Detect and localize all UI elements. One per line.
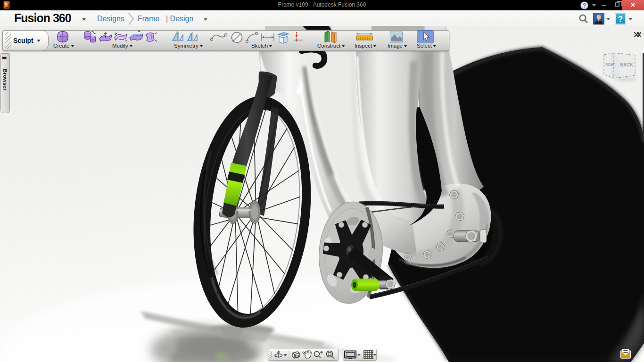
svg-text:BACK: BACK	[620, 62, 633, 67]
svg-text:RIGHT: RIGHT	[606, 62, 615, 67]
